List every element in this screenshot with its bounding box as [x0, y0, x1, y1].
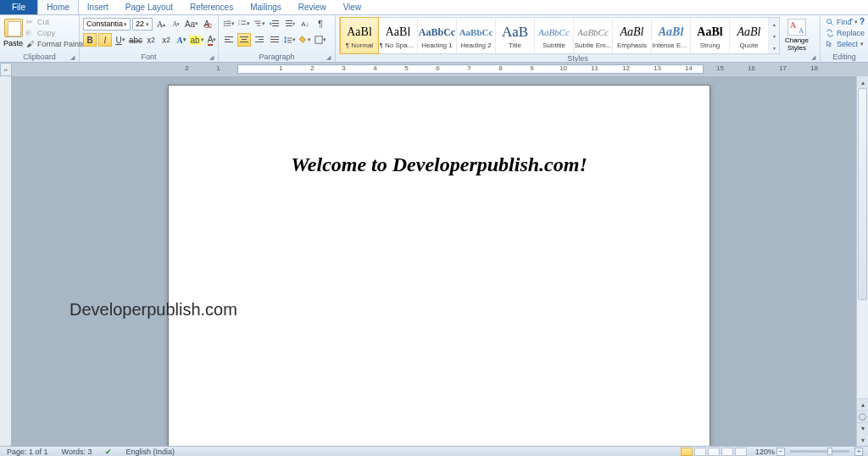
- styles-dialog-launcher[interactable]: ◢: [811, 54, 818, 61]
- show-marks-button[interactable]: ¶: [314, 17, 327, 31]
- scroll-down-button[interactable]: ▾: [857, 434, 868, 446]
- sort-button[interactable]: A↓: [298, 17, 312, 31]
- change-case-button[interactable]: Aa▾: [185, 17, 198, 31]
- style-s-strong[interactable]: AaBlStrong: [691, 18, 730, 53]
- zoom-level[interactable]: 120%: [755, 448, 775, 456]
- style-s-intemp[interactable]: AaBlIntense Em...: [652, 18, 691, 53]
- group-styles: AaBl¶ NormalAaBl¶ No SpacingAaBbCcHeadin…: [336, 15, 821, 62]
- zoom-slider-thumb[interactable]: [827, 448, 832, 455]
- tab-references[interactable]: References: [181, 0, 242, 14]
- paste-icon: [4, 19, 23, 37]
- zoom-slider[interactable]: [790, 450, 849, 453]
- document-title-text[interactable]: Welcome to Developerpublish.com!: [169, 153, 709, 176]
- status-page[interactable]: Page: 1 of 1: [3, 448, 52, 456]
- view-draft-button[interactable]: [735, 448, 747, 456]
- text-effects-button[interactable]: A▾: [175, 33, 188, 47]
- vertical-scrollbar[interactable]: ▴ ▴ ◯ ▾ ▾: [856, 76, 868, 446]
- zoom-in-button[interactable]: +: [854, 448, 863, 456]
- style-s-nospacing[interactable]: AaBl¶ No Spacing: [379, 18, 418, 53]
- browse-object-button[interactable]: ◯: [857, 410, 868, 422]
- svg-rect-5: [225, 25, 231, 26]
- svg-rect-29: [270, 39, 279, 40]
- tab-review[interactable]: Review: [290, 0, 335, 14]
- styles-gallery-more[interactable]: ▴▾▾: [769, 18, 779, 53]
- tab-view[interactable]: View: [335, 0, 370, 14]
- styles-gallery[interactable]: AaBl¶ NormalAaBl¶ No SpacingAaBbCcHeadin…: [339, 17, 780, 54]
- view-print-layout-button[interactable]: [681, 448, 693, 456]
- align-center-button[interactable]: [237, 33, 251, 47]
- svg-line-36: [831, 23, 833, 25]
- next-page-button[interactable]: ▾: [857, 422, 868, 434]
- style-s-h1[interactable]: AaBbCcHeading 1: [418, 18, 457, 53]
- change-styles-button[interactable]: Change Styles: [782, 17, 812, 52]
- prev-page-button[interactable]: ▴: [857, 398, 868, 410]
- line-spacing-button[interactable]: ▾: [283, 33, 297, 47]
- clear-formatting-button[interactable]: A⌫: [200, 17, 214, 31]
- justify-button[interactable]: [268, 33, 281, 47]
- font-color-button[interactable]: A▾: [205, 33, 219, 47]
- decrease-indent-button[interactable]: [268, 17, 281, 31]
- font-dialog-launcher[interactable]: ◢: [209, 54, 216, 61]
- ribbon-tabs: File Home Insert Page Layout References …: [0, 0, 868, 15]
- multilevel-list-button[interactable]: ▾: [253, 17, 266, 31]
- svg-rect-11: [256, 23, 261, 24]
- subscript-button[interactable]: x2: [144, 33, 158, 47]
- scroll-thumb[interactable]: [858, 88, 867, 300]
- view-full-screen-button[interactable]: [694, 448, 706, 456]
- select-button[interactable]: Select▾: [824, 39, 865, 49]
- tab-mailings[interactable]: Mailings: [242, 0, 290, 14]
- shading-button[interactable]: ▾: [298, 33, 312, 47]
- vertical-ruler[interactable]: [0, 76, 12, 446]
- replace-icon: [826, 29, 834, 37]
- view-web-layout-button[interactable]: [708, 448, 720, 456]
- scroll-up-button[interactable]: ▴: [857, 76, 868, 88]
- style-s-normal[interactable]: AaBl¶ Normal: [340, 17, 379, 54]
- replace-button[interactable]: Replace: [824, 28, 866, 38]
- svg-rect-18: [286, 25, 292, 26]
- paragraph-dialog-launcher[interactable]: ◢: [326, 54, 333, 61]
- shrink-font-button[interactable]: A▾: [170, 17, 183, 31]
- tab-file[interactable]: File: [0, 0, 37, 14]
- horizontal-ruler[interactable]: ⌐ 21123456789101112131415161718: [0, 63, 868, 76]
- copy-icon: ⎘: [26, 29, 35, 37]
- strikethrough-button[interactable]: abc: [129, 33, 142, 47]
- style-s-subtleemp[interactable]: AaBbCcSubtle Em...: [574, 18, 613, 53]
- status-proofing[interactable]: ✔: [102, 448, 115, 456]
- clipboard-dialog-launcher[interactable]: ◢: [70, 54, 77, 61]
- svg-rect-16: [286, 20, 292, 21]
- underline-button[interactable]: U▾: [114, 33, 127, 47]
- highlight-button[interactable]: ab▾: [190, 33, 203, 47]
- style-s-h2[interactable]: AaBbCcHeading 2: [457, 18, 496, 53]
- bold-button[interactable]: B: [83, 33, 97, 47]
- italic-button[interactable]: I: [98, 33, 112, 47]
- tab-insert[interactable]: Insert: [79, 0, 117, 14]
- tab-page-layout[interactable]: Page Layout: [117, 0, 181, 14]
- status-words[interactable]: Words: 3: [58, 448, 96, 456]
- find-button[interactable]: Find▾: [824, 17, 860, 27]
- status-language[interactable]: English (India): [122, 448, 178, 456]
- svg-rect-7: [241, 21, 246, 22]
- svg-rect-33: [287, 42, 292, 43]
- grow-font-button[interactable]: A▴: [154, 17, 168, 31]
- paste-button[interactable]: Paste: [3, 17, 23, 47]
- tab-home[interactable]: Home: [37, 0, 79, 14]
- bullets-button[interactable]: ▾: [222, 17, 236, 31]
- align-right-button[interactable]: [253, 33, 266, 47]
- svg-rect-28: [270, 36, 279, 37]
- style-s-emphasis[interactable]: AaBlEmphasis: [613, 18, 652, 53]
- style-s-title[interactable]: AaBTitle: [496, 18, 535, 53]
- align-left-button[interactable]: [222, 33, 236, 47]
- ruler-corner[interactable]: ⌐: [0, 63, 12, 76]
- font-size-combo[interactable]: 22▾: [132, 18, 153, 31]
- numbering-button[interactable]: 12▾: [237, 17, 251, 31]
- font-name-combo[interactable]: Constantia▾: [83, 18, 131, 31]
- svg-rect-27: [255, 42, 264, 42]
- style-s-subtitle[interactable]: AaBbCcSubtitle: [535, 18, 574, 53]
- increase-indent-button[interactable]: [283, 17, 297, 31]
- document-page[interactable]: Welcome to Developerpublish.com!: [168, 85, 710, 446]
- zoom-out-button[interactable]: −: [776, 448, 785, 456]
- superscript-button[interactable]: x2: [159, 33, 173, 47]
- style-s-quote[interactable]: AaBlQuote: [730, 18, 769, 53]
- borders-button[interactable]: ▾: [314, 33, 327, 47]
- view-outline-button[interactable]: [721, 448, 733, 456]
